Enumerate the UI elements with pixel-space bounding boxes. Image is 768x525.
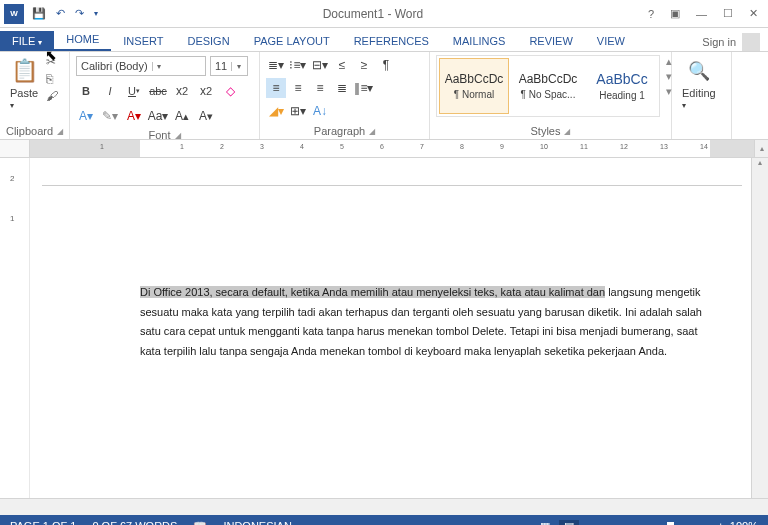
clear-formatting-icon[interactable]: ◇ [220,81,240,101]
undo-icon[interactable]: ↶ [56,7,65,20]
page-count[interactable]: PAGE 1 OF 1 [10,520,76,525]
style-normal[interactable]: AaBbCcDc ¶ Normal [439,58,509,114]
tab-home[interactable]: HOME [54,29,111,51]
close-icon[interactable]: ✕ [749,7,758,20]
underline-button[interactable]: U ▾ [124,81,144,101]
multilevel-list-icon[interactable]: ⊟▾ [310,55,330,75]
help-icon[interactable]: ? [648,8,654,20]
tab-file[interactable]: FILE ▾ [0,31,54,51]
dialog-launcher-icon[interactable]: ◢ [175,131,181,140]
dialog-launcher-icon[interactable]: ◢ [57,127,63,136]
find-icon: 🔍 [685,57,713,85]
strikethrough-button[interactable]: abc [148,81,168,101]
minimize-icon[interactable]: — [696,8,707,20]
dialog-launcher-icon[interactable]: ◢ [564,127,570,136]
align-center-icon[interactable]: ≡ [288,78,308,98]
font-name-combo[interactable]: Calibri (Body)▾ [76,56,206,76]
editing-button[interactable]: 🔍 Editing▾ [678,55,720,112]
ruler-splitter[interactable]: ▴ [754,140,768,157]
tab-review[interactable]: REVIEW [517,31,584,51]
justify-icon[interactable]: ≣ [332,78,352,98]
language-status[interactable]: INDONESIAN [223,520,291,525]
copy-icon[interactable]: ⎘ [46,72,58,86]
font-color-icon[interactable]: A▾ [124,106,144,126]
align-left-icon[interactable]: ≡ [266,78,286,98]
print-layout-icon[interactable]: ▤ [559,520,579,526]
shading-icon[interactable]: ◢▾ [266,101,286,121]
ruler-corner [0,140,30,157]
paste-button[interactable]: 📋 Paste▾ [6,55,42,112]
change-case-button[interactable]: Aa▾ [148,106,168,126]
font-size-combo[interactable]: 11▾ [210,56,248,76]
borders-icon[interactable]: ⊞▾ [288,101,308,121]
dialog-launcher-icon[interactable]: ◢ [369,127,375,136]
italic-button[interactable]: I [100,81,120,101]
sign-in-link[interactable]: Sign in [702,36,736,48]
bold-button[interactable]: B [76,81,96,101]
style-heading-1[interactable]: AaBbCc Heading 1 [587,58,657,114]
text-effects-icon[interactable]: A▾ [76,106,96,126]
tab-design[interactable]: DESIGN [175,31,241,51]
sort-icon[interactable]: A↓ [310,101,330,121]
decrease-indent-icon[interactable]: ≤ [332,55,352,75]
web-layout-icon[interactable]: ▭ [583,520,603,526]
ribbon-options-icon[interactable]: ▣ [670,7,680,20]
line-spacing-icon[interactable]: ‖≡▾ [354,78,374,98]
read-mode-icon[interactable]: ▦ [535,520,555,526]
tab-view[interactable]: VIEW [585,31,637,51]
numbering-icon[interactable]: ⁝≡▾ [288,55,308,75]
tab-page-layout[interactable]: PAGE LAYOUT [242,31,342,51]
save-icon[interactable]: 💾 [32,7,46,20]
tab-insert[interactable]: INSERT [111,31,175,51]
zoom-out-button[interactable]: − [619,520,625,525]
window-title: Document1 - Word [98,7,648,21]
subscript-button[interactable]: x2 [172,81,192,101]
word-count[interactable]: 0 OF 67 WORDS [92,520,177,525]
zoom-level[interactable]: 100% [730,520,758,525]
shrink-font-icon[interactable]: A▾ [196,106,216,126]
bullets-icon[interactable]: ≣▾ [266,55,286,75]
word-app-icon[interactable]: W [4,4,24,24]
vertical-scrollbar[interactable]: ▴ [751,158,768,498]
horizontal-scrollbar[interactable] [0,498,768,515]
avatar-icon[interactable] [742,33,760,51]
format-painter-icon[interactable]: 🖌 [46,89,58,103]
selected-text[interactable]: Di Office 2013, secara default, ketika A… [140,286,605,298]
maximize-icon[interactable]: ☐ [723,7,733,20]
style-no-spacing[interactable]: AaBbCcDc ¶ No Spac... [513,58,583,114]
align-right-icon[interactable]: ≡ [310,78,330,98]
paste-icon: 📋 [10,57,38,85]
redo-icon[interactable]: ↷ [75,7,84,20]
horizontal-ruler[interactable]: 1 1234567891011121314 [30,140,754,157]
highlight-icon[interactable]: ✎▾ [100,106,120,126]
increase-indent-icon[interactable]: ≥ [354,55,374,75]
show-marks-icon[interactable]: ¶ [376,55,396,75]
tab-mailings[interactable]: MAILINGS [441,31,518,51]
spellcheck-icon[interactable]: 📖 [193,520,207,526]
styles-gallery[interactable]: AaBbCcDc ¶ Normal AaBbCcDc ¶ No Spac... … [436,55,660,117]
grow-font-icon[interactable]: A▴ [172,106,192,126]
cut-icon[interactable]: ✂ [46,55,58,69]
superscript-button[interactable]: x2 [196,81,216,101]
document-page[interactable]: Di Office 2013, secara default, ketika A… [42,170,742,400]
vertical-ruler[interactable]: 2 1 [0,158,30,498]
tab-references[interactable]: REFERENCES [342,31,441,51]
zoom-in-button[interactable]: + [717,520,723,525]
